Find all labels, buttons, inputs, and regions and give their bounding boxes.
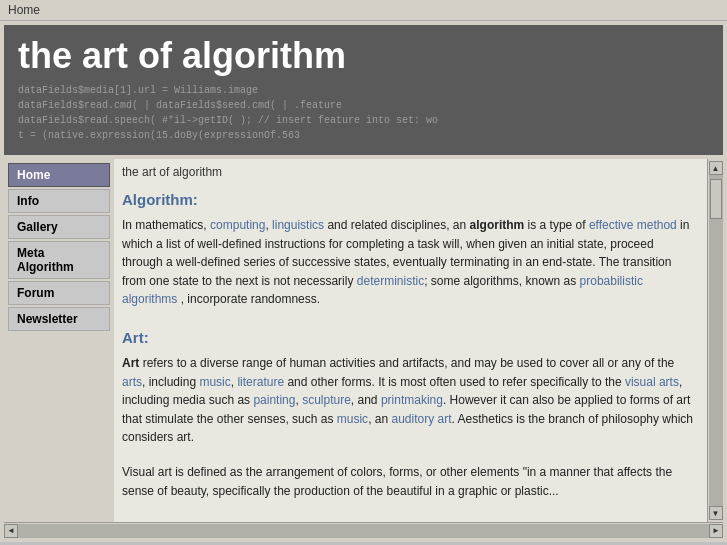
- outer-wrapper: Home Info Gallery Meta Algorithm Forum N…: [4, 159, 723, 522]
- breadcrumb: Home: [8, 3, 40, 17]
- top-bar: Home: [0, 0, 727, 21]
- link-music1[interactable]: music: [199, 375, 230, 389]
- scroll-down-button[interactable]: ▼: [709, 506, 723, 520]
- page-subtitle: the art of algorithm: [122, 165, 695, 179]
- sidebar-item-meta-algorithm[interactable]: Meta Algorithm: [8, 241, 110, 279]
- art-section-body: Art refers to a diverse range of human a…: [122, 354, 695, 447]
- code-line-4: t = (native.expression(15.doBy(expressio…: [18, 128, 709, 143]
- algorithm-section-title: Algorithm:: [122, 191, 695, 208]
- link-arts[interactable]: arts: [122, 375, 142, 389]
- scroll-track-horizontal[interactable]: [18, 524, 709, 538]
- link-sculpture[interactable]: sculpture: [302, 393, 351, 407]
- link-auditory-art[interactable]: auditory art: [391, 412, 451, 426]
- bold-algorithm: algorithm: [470, 218, 525, 232]
- sidebar-item-home[interactable]: Home: [8, 163, 110, 187]
- header-code: dataFields$media[1].url = Williams.image…: [18, 83, 709, 143]
- scroll-track-vertical[interactable]: [709, 175, 723, 506]
- link-deterministic[interactable]: deterministic: [357, 274, 424, 288]
- link-music2[interactable]: music: [337, 412, 368, 426]
- code-line-3: dataFields$read.speech( #*il->getID( ); …: [18, 113, 709, 128]
- scroll-left-button[interactable]: ◄: [4, 524, 18, 538]
- scroll-thumb-vertical[interactable]: [710, 179, 722, 219]
- algorithm-section-body: In mathematics, computing, linguistics a…: [122, 216, 695, 309]
- header-title: the art of algorithm: [18, 35, 709, 77]
- algorithm-section: Algorithm: In mathematics, computing, li…: [122, 191, 695, 309]
- sidebar-item-gallery[interactable]: Gallery: [8, 215, 110, 239]
- sidebar-item-info[interactable]: Info: [8, 189, 110, 213]
- sidebar-item-forum[interactable]: Forum: [8, 281, 110, 305]
- art-section: Art: Art refers to a diverse range of hu…: [122, 329, 695, 500]
- bottom-scrollbar[interactable]: ◄ ►: [4, 522, 723, 538]
- link-painting[interactable]: painting: [253, 393, 295, 407]
- art-visual-para: Visual art is defined as the arrangement…: [122, 463, 695, 500]
- art-section-title: Art:: [122, 329, 695, 346]
- sidebar: Home Info Gallery Meta Algorithm Forum N…: [4, 159, 114, 522]
- link-visual-arts[interactable]: visual arts: [625, 375, 679, 389]
- link-literature[interactable]: literature: [237, 375, 284, 389]
- sidebar-item-newsletter[interactable]: Newsletter: [8, 307, 110, 331]
- bold-art: Art: [122, 356, 139, 370]
- link-computing[interactable]: computing: [210, 218, 265, 232]
- link-linguistics[interactable]: linguistics: [272, 218, 324, 232]
- header-banner: the art of algorithm dataFields$media[1]…: [4, 25, 723, 155]
- link-printmaking[interactable]: printmaking: [381, 393, 443, 407]
- content-area: Home Info Gallery Meta Algorithm Forum N…: [4, 159, 707, 522]
- main-content: the art of algorithm Algorithm: In mathe…: [114, 159, 707, 522]
- scroll-right-button[interactable]: ►: [709, 524, 723, 538]
- code-line-1: dataFields$media[1].url = Williams.image: [18, 83, 709, 98]
- code-line-2: dataFields$read.cmd( | dataFields$seed.c…: [18, 98, 709, 113]
- main-container: the art of algorithm dataFields$media[1]…: [0, 21, 727, 542]
- right-scrollbar[interactable]: ▲ ▼: [707, 159, 723, 522]
- scroll-up-button[interactable]: ▲: [709, 161, 723, 175]
- link-effective-method[interactable]: effective method: [589, 218, 677, 232]
